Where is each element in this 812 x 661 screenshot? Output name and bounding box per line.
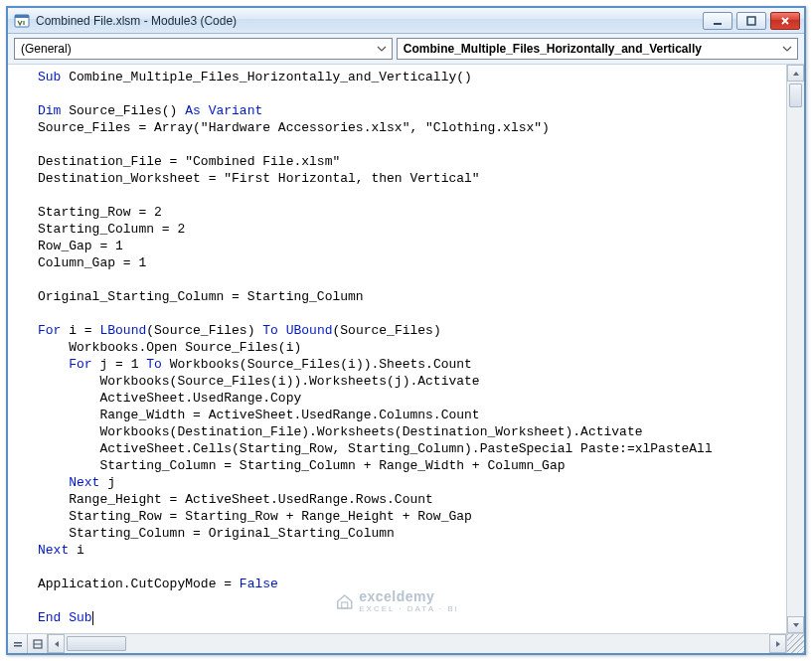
svg-rect-6: [14, 645, 22, 647]
vscroll-thumb[interactable]: [789, 83, 802, 107]
object-dropdown-value: (General): [21, 42, 386, 56]
bottom-bar: [8, 633, 804, 653]
procedure-view-button[interactable]: [8, 634, 28, 653]
proc-selector-row: (General) Combine_Multiple_Files_Horizon…: [8, 34, 804, 65]
chevron-down-icon: [375, 41, 389, 57]
code-window: Combined File.xlsm - Module3 (Code) (Gen…: [6, 6, 806, 655]
client-area: Sub Combine_Multiple_Files_Horizontally_…: [8, 65, 804, 653]
scroll-right-button[interactable]: [769, 634, 786, 653]
svg-rect-3: [747, 17, 755, 25]
titlebar[interactable]: Combined File.xlsm - Module3 (Code): [8, 8, 804, 34]
vba-module-icon: [14, 13, 30, 29]
maximize-button[interactable]: [736, 12, 766, 30]
scroll-left-button[interactable]: [48, 634, 65, 653]
svg-rect-1: [15, 15, 29, 18]
hscroll-thumb[interactable]: [67, 636, 126, 651]
vscroll-track[interactable]: [787, 82, 804, 616]
svg-rect-5: [14, 642, 22, 644]
close-button[interactable]: [770, 12, 800, 30]
hscroll-track[interactable]: [65, 634, 769, 653]
minimize-button[interactable]: [703, 12, 732, 30]
window-title: Combined File.xlsm - Module3 (Code): [36, 14, 703, 28]
code-editor-container: Sub Combine_Multiple_Files_Horizontally_…: [8, 65, 804, 633]
svg-rect-2: [714, 23, 722, 25]
procedure-dropdown[interactable]: Combine_Multiple_Files_Horizontally_and_…: [397, 38, 798, 60]
vertical-scrollbar[interactable]: [786, 65, 804, 633]
object-dropdown[interactable]: (General): [14, 38, 393, 60]
chevron-down-icon: [780, 41, 794, 57]
full-module-view-button[interactable]: [28, 634, 48, 653]
horizontal-scrollbar[interactable]: [48, 634, 786, 653]
scroll-up-button[interactable]: [787, 65, 804, 82]
code-editor[interactable]: Sub Combine_Multiple_Files_Horizontally_…: [8, 65, 786, 630]
scroll-down-button[interactable]: [787, 616, 804, 633]
resize-grip[interactable]: [786, 634, 804, 653]
procedure-dropdown-value: Combine_Multiple_Files_Horizontally_and_…: [404, 42, 791, 56]
text-cursor: [92, 611, 93, 625]
